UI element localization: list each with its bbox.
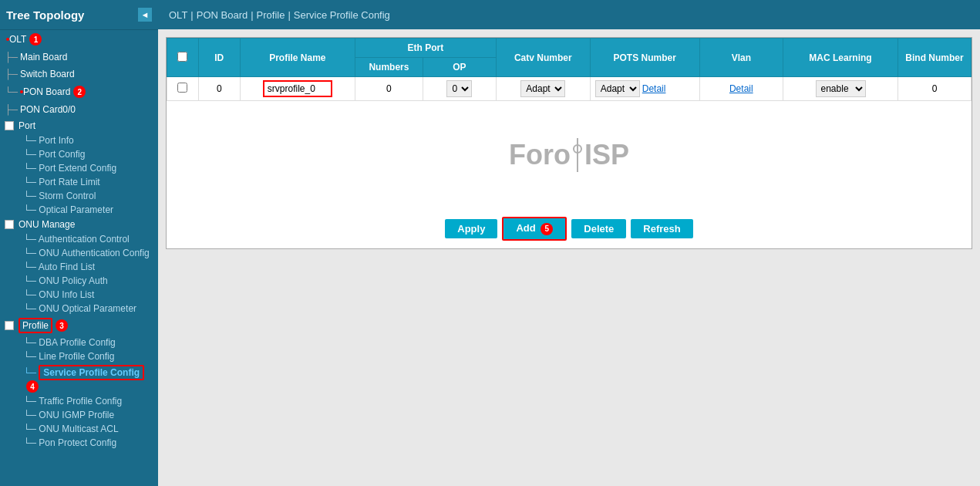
th-vlan: Vlan <box>699 39 783 77</box>
collapse-button[interactable]: ◄ <box>138 8 152 22</box>
sidebar-item-onu-igmp-profile[interactable]: └─ ONU IGMP Profile <box>0 408 158 422</box>
watermark-icon <box>571 138 584 172</box>
sidebar-item-traffic-profile[interactable]: └─ Traffic Profile Config <box>0 394 158 408</box>
sidebar-title: Tree Topology <box>6 8 84 22</box>
add-button[interactable]: Add 5 <box>502 217 567 241</box>
main-content: OLT | PON Board | Profile | Service Prof… <box>158 0 980 486</box>
sidebar-item-auth-control[interactable]: └─ Authentication Control <box>0 232 158 246</box>
pon-board-badge: 2 <box>73 86 86 98</box>
breadcrumb-service-profile-config: Service Profile Config <box>294 9 390 21</box>
th-eth-numbers: Numbers <box>355 58 423 77</box>
sidebar-item-port-info[interactable]: └─ Port Info <box>0 133 158 147</box>
sidebar-item-optical-parameter[interactable]: └─ Optical Parameter <box>0 203 158 217</box>
sidebar-header: Tree Topology ◄ <box>0 0 158 30</box>
onu-manage-menu: └─ Authentication Control └─ ONU Authent… <box>0 232 158 316</box>
tree-node-pon-board[interactable]: └─ PON Board 2 <box>0 83 158 101</box>
sidebar-item-onu-optical-param[interactable]: └─ ONU Optical Parameter <box>0 302 158 316</box>
th-mac-learning: MAC Learning <box>783 39 898 77</box>
row-id: 0 <box>198 77 240 101</box>
profile-name-input[interactable] <box>263 80 332 97</box>
row-profile-name <box>240 77 355 101</box>
table-row: 0 0 0 1 2 3 4 <box>167 77 972 101</box>
pon-card-label: PON Card0/0 <box>20 104 76 115</box>
sidebar-item-port-extend-config[interactable]: └─ Port Extend Config <box>0 161 158 175</box>
sidebar-item-auto-find-list[interactable]: └─ Auto Find List <box>0 260 158 274</box>
watermark-foro: Foro <box>509 139 571 171</box>
section-profile[interactable]: Profile 3 <box>0 316 158 336</box>
profile-checkbox <box>5 321 14 330</box>
watermark: Foro ISP <box>509 138 629 172</box>
breadcrumb-pon-board: PON Board <box>197 9 248 21</box>
tree-node-olt[interactable]: OLT 1 <box>0 30 158 49</box>
port-menu: └─ Port Info └─ Port Config └─ Port Exte… <box>0 133 158 217</box>
pon-board-label: PON Board <box>23 86 70 97</box>
profile-menu: └─ DBA Profile Config └─ Line Profile Co… <box>0 336 158 450</box>
onu-manage-checkbox <box>5 220 14 229</box>
sidebar-item-line-profile[interactable]: └─ Line Profile Config <box>0 349 158 363</box>
row-catv-number: Adapt 0 1 2 <box>496 77 590 101</box>
eth-op-select[interactable]: 0 1 2 3 4 <box>446 80 472 97</box>
table-container: ID Profile Name Eth Port Catv Number POT <box>166 37 972 249</box>
catv-select[interactable]: Adapt 0 1 2 <box>520 80 565 97</box>
sidebar-item-onu-policy-auth[interactable]: └─ ONU Policy Auth <box>0 274 158 288</box>
row-eth-numbers: 0 <box>355 77 423 101</box>
catv-detail-link[interactable]: Detail <box>642 83 666 94</box>
service-profile-label: Service Profile Config <box>39 365 144 380</box>
sidebar-item-dba-profile[interactable]: └─ DBA Profile Config <box>0 336 158 349</box>
sidebar-item-storm-control[interactable]: └─ Storm Control <box>0 189 158 203</box>
row-pots-number: Adapt 0 1 2 Detail <box>590 77 699 101</box>
apply-button[interactable]: Apply <box>445 219 497 238</box>
th-catv-number: Catv Number <box>496 39 590 77</box>
add-badge: 5 <box>541 223 553 235</box>
section-port[interactable]: Port <box>0 118 158 133</box>
watermark-container: Foro ISP Apply Add 5 Delete <box>167 101 972 248</box>
sidebar-item-port-config[interactable]: └─ Port Config <box>0 147 158 161</box>
main-board-label: Main Board <box>20 52 67 62</box>
tree-node-main-board[interactable]: ├─ Main Board <box>0 49 158 66</box>
switch-board-label: Switch Board <box>20 69 75 79</box>
th-checkbox <box>167 39 199 77</box>
sidebar-item-onu-multicast-acl[interactable]: └─ ONU Multicast ACL <box>0 422 158 436</box>
select-all-checkbox[interactable] <box>177 52 187 62</box>
service-profile-table: ID Profile Name Eth Port Catv Number POT <box>167 38 972 101</box>
row-vlan: Detail <box>699 77 783 101</box>
olt-badge: 1 <box>29 33 42 46</box>
row-mac-learning: enable disable <box>783 77 898 101</box>
th-pots-number: POTS Number <box>590 39 699 77</box>
onu-manage-section-label: ONU Manage <box>19 219 75 230</box>
sidebar-item-service-profile-config[interactable]: └─ Service Profile Config 4 <box>0 363 158 394</box>
th-profile-name: Profile Name <box>240 39 355 77</box>
refresh-button[interactable]: Refresh <box>631 219 692 238</box>
section-onu-manage[interactable]: ONU Manage <box>0 217 158 232</box>
service-profile-badge: 4 <box>26 380 39 393</box>
sidebar-item-onu-info-list[interactable]: └─ ONU Info List <box>0 288 158 302</box>
th-eth-port: Eth Port <box>355 39 496 58</box>
row-checkbox[interactable] <box>177 83 187 93</box>
port-checkbox <box>5 121 14 130</box>
breadcrumb-profile: Profile <box>257 9 285 21</box>
breadcrumb-olt: OLT <box>169 9 187 21</box>
sidebar-item-pon-protect-config[interactable]: └─ Pon Protect Config <box>0 436 158 450</box>
th-id: ID <box>198 39 240 77</box>
toolbar: Apply Add 5 Delete Refresh <box>167 209 972 248</box>
pots-select[interactable]: Adapt 0 1 2 <box>595 80 640 97</box>
row-bind-number: 0 <box>898 77 972 101</box>
sidebar-item-port-rate-limit[interactable]: └─ Port Rate Limit <box>0 175 158 189</box>
watermark-isp: ISP <box>584 139 629 171</box>
row-checkbox-cell <box>167 77 199 101</box>
sidebar-item-onu-auth-config[interactable]: └─ ONU Authentication Config <box>0 246 158 260</box>
tree-node-pon-card[interactable]: ├─ PON Card0/0 <box>0 101 158 118</box>
row-eth-op: 0 1 2 3 4 <box>423 77 496 101</box>
th-eth-op: OP <box>423 58 496 77</box>
breadcrumb: OLT | PON Board | Profile | Service Prof… <box>158 0 980 29</box>
delete-button[interactable]: Delete <box>571 219 626 238</box>
mac-learning-select[interactable]: enable disable <box>816 80 866 97</box>
profile-section-label: Profile <box>19 318 52 333</box>
tree-node-switch-board[interactable]: ├─ Switch Board <box>0 66 158 83</box>
vlan-detail-link[interactable]: Detail <box>729 83 753 94</box>
sidebar: Tree Topology ◄ OLT 1 ├─ Main Board ├─ S… <box>0 0 158 486</box>
olt-label: OLT <box>9 34 26 45</box>
profile-badge: 3 <box>56 319 68 332</box>
port-section-label: Port <box>19 120 35 131</box>
content-area: ID Profile Name Eth Port Catv Number POT <box>158 29 980 486</box>
